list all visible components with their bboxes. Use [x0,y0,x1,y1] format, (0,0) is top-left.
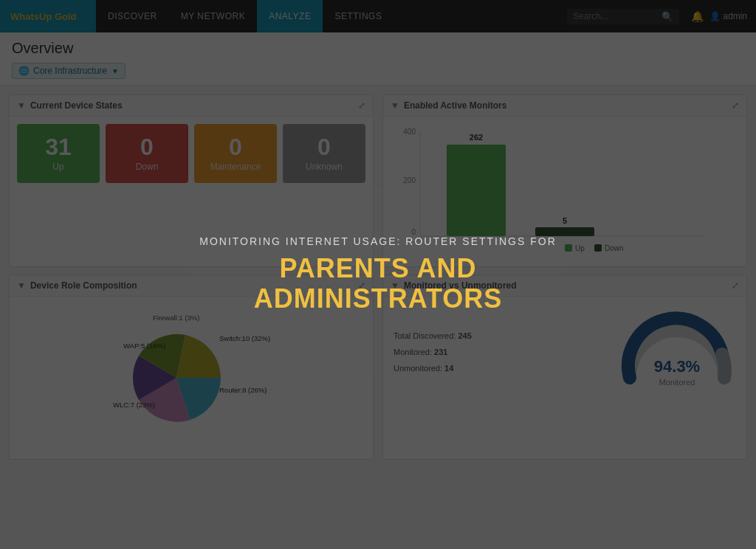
overlay-title: PARENTS AND ADMINISTRATORS [157,253,599,314]
overlay: MONITORING INTERNET USAGE: ROUTER SETTIN… [0,0,756,549]
overlay-subtitle: MONITORING INTERNET USAGE: ROUTER SETTIN… [157,235,599,247]
overlay-text-box: MONITORING INTERNET USAGE: ROUTER SETTIN… [120,213,636,336]
